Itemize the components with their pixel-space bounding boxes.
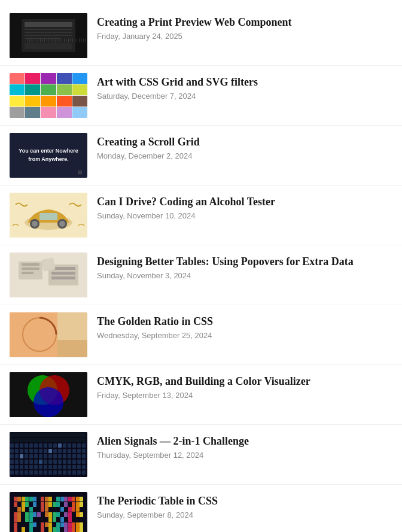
svg-rect-19 — [22, 267, 39, 270]
svg-rect-137 — [34, 465, 38, 469]
svg-rect-85 — [15, 449, 19, 453]
svg-rect-131 — [82, 460, 86, 464]
article-date: Sunday, November 3, 2024 — [97, 271, 392, 280]
svg-rect-70 — [20, 443, 23, 448]
svg-rect-95 — [63, 449, 66, 453]
svg-rect-108 — [48, 454, 52, 458]
svg-rect-141 — [53, 465, 57, 469]
svg-rect-82 — [77, 443, 81, 448]
svg-rect-134 — [20, 465, 23, 469]
article-info: The Golden Ratio in CSSWednesday, Septem… — [97, 312, 392, 340]
svg-rect-132 — [10, 465, 14, 469]
article-thumbnail: You can enter Nowherefrom Anywhere. ⊞ — [10, 133, 87, 178]
article-thumbnail — [10, 312, 87, 357]
svg-rect-15 — [39, 213, 57, 220]
article-title: Designing Better Tables: Using Popovers … — [97, 255, 392, 269]
svg-rect-106 — [39, 454, 42, 458]
svg-rect-148 — [10, 470, 14, 475]
list-item[interactable]: Can I Drive? Coding an Alcohol TesterSun… — [0, 186, 402, 245]
svg-rect-123 — [44, 460, 47, 464]
svg-text:||||||||||||||||||||||||||||||: |||||||||||||||||||||||||||||||| — [26, 38, 87, 42]
svg-rect-138 — [39, 465, 42, 469]
svg-rect-156 — [48, 470, 52, 475]
article-info: Art with CSS Grid and SVG filtersSaturda… — [97, 73, 392, 101]
svg-rect-167 — [58, 443, 62, 448]
svg-rect-23 — [51, 272, 75, 275]
svg-rect-162 — [77, 470, 81, 475]
svg-rect-20 — [22, 272, 34, 274]
article-thumbnail: |||||||||||||||||||||||||||||||| — [10, 13, 87, 58]
svg-rect-110 — [58, 454, 62, 458]
svg-rect-81 — [72, 443, 76, 448]
svg-rect-18 — [22, 263, 39, 266]
article-title: The Golden Ratio in CSS — [97, 315, 392, 329]
svg-rect-74 — [39, 443, 42, 448]
svg-rect-127 — [63, 460, 66, 464]
svg-rect-98 — [77, 449, 81, 453]
svg-rect-158 — [58, 470, 62, 475]
svg-rect-150 — [20, 470, 23, 475]
list-item[interactable]: CMYK, RGB, and Building a Color Visualiz… — [0, 365, 402, 425]
list-item[interactable]: The Golden Ratio in CSSWednesday, Septem… — [0, 305, 402, 365]
svg-rect-115 — [82, 454, 86, 458]
svg-rect-87 — [25, 449, 28, 453]
article-date: Monday, December 2, 2024 — [97, 151, 392, 160]
svg-rect-133 — [15, 465, 19, 469]
svg-rect-147 — [82, 465, 86, 469]
svg-rect-99 — [82, 449, 86, 453]
svg-rect-166 — [39, 460, 42, 464]
svg-rect-117 — [15, 460, 19, 464]
article-info: The Periodic Table in CSSSunday, Septemb… — [97, 492, 392, 519]
svg-rect-69 — [15, 443, 19, 448]
svg-rect-125 — [53, 460, 57, 464]
svg-rect-72 — [29, 443, 33, 448]
article-date: Friday, January 24, 2025 — [97, 32, 392, 41]
svg-rect-151 — [25, 470, 28, 475]
list-item[interactable]: Alien Signals — 2-in-1 ChallengeThursday… — [0, 425, 402, 485]
svg-rect-94 — [58, 449, 62, 453]
svg-rect-5 — [25, 35, 72, 36]
svg-rect-119 — [25, 460, 28, 464]
svg-rect-160 — [68, 470, 71, 475]
list-item[interactable]: The Periodic Table in CSSSunday, Septemb… — [0, 485, 402, 532]
svg-rect-111 — [63, 454, 66, 458]
svg-rect-159 — [63, 470, 66, 475]
svg-rect-83 — [82, 443, 86, 448]
svg-rect-7 — [25, 43, 72, 49]
svg-rect-144 — [68, 465, 71, 469]
article-date: Sunday, September 8, 2024 — [97, 510, 392, 519]
article-date: Friday, September 13, 2024 — [97, 391, 392, 400]
svg-rect-28 — [57, 312, 87, 340]
svg-rect-145 — [72, 465, 76, 469]
svg-rect-136 — [29, 465, 33, 469]
svg-rect-116 — [10, 460, 14, 464]
article-list: |||||||||||||||||||||||||||||||| Creatin… — [0, 6, 402, 532]
article-info: Can I Drive? Coding an Alcohol TesterSun… — [97, 193, 392, 220]
svg-rect-25 — [41, 257, 55, 271]
svg-rect-79 — [63, 443, 66, 448]
svg-rect-107 — [44, 454, 47, 458]
article-thumbnail — [10, 372, 87, 417]
svg-rect-139 — [44, 465, 47, 469]
svg-rect-149 — [15, 470, 19, 475]
svg-rect-169 — [10, 433, 86, 437]
list-item[interactable]: You can enter Nowherefrom Anywhere. ⊞ Cr… — [0, 126, 402, 186]
list-item[interactable]: Designing Better Tables: Using Popovers … — [0, 245, 402, 305]
svg-rect-77 — [53, 443, 57, 448]
svg-rect-101 — [15, 454, 19, 458]
svg-rect-140 — [48, 465, 52, 469]
svg-rect-165 — [48, 449, 52, 453]
svg-rect-80 — [68, 443, 71, 448]
list-item[interactable]: Art with CSS Grid and SVG filtersSaturda… — [0, 66, 402, 126]
svg-point-12 — [32, 221, 38, 227]
article-title: The Periodic Table in CSS — [97, 494, 392, 508]
svg-rect-2 — [25, 22, 72, 27]
svg-rect-96 — [68, 449, 71, 453]
svg-rect-68 — [10, 443, 14, 448]
svg-rect-168 — [20, 454, 23, 458]
svg-rect-153 — [34, 470, 38, 475]
list-item[interactable]: |||||||||||||||||||||||||||||||| Creatin… — [0, 6, 402, 66]
svg-rect-124 — [48, 460, 52, 464]
article-title: CMYK, RGB, and Building a Color Visualiz… — [97, 375, 392, 388]
article-info: Creating a Print Preview Web ComponentFr… — [97, 13, 392, 41]
